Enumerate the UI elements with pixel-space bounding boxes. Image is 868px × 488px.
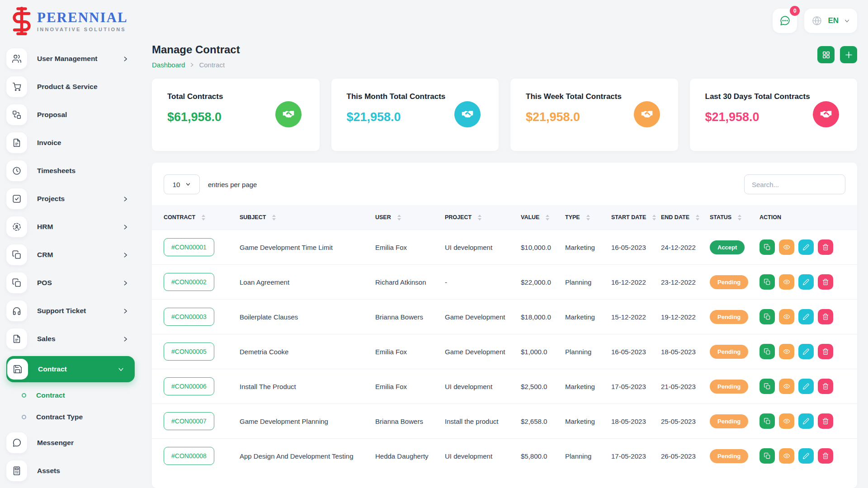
sort-arrows-icon[interactable] [478, 215, 481, 221]
view-button[interactable] [779, 379, 794, 394]
sidebar-subitem-contract[interactable]: Contract [22, 389, 135, 402]
delete-button[interactable] [818, 309, 833, 324]
sort-arrows-icon[interactable] [546, 215, 549, 221]
cell-contract: #CON00003 [152, 300, 234, 334]
language-selector[interactable]: EN [804, 9, 857, 33]
invoice-icon [6, 132, 27, 153]
cell-start-date: 16-12-2022 [606, 265, 656, 300]
contract-id-badge[interactable]: #CON00003 [164, 308, 214, 326]
sidebar-item-support-ticket[interactable]: Support Ticket [6, 300, 135, 322]
sidebar-subitem-contract-type[interactable]: Contract Type [22, 410, 135, 424]
sort-arrows-icon[interactable] [202, 215, 205, 221]
column-header-user[interactable]: USER [370, 205, 439, 230]
view-button[interactable] [779, 448, 794, 464]
edit-button[interactable] [798, 344, 814, 359]
contract-id-badge[interactable]: #CON00007 [164, 412, 214, 430]
edit-button[interactable] [798, 309, 814, 324]
sidebar-item-crm[interactable]: CRM [6, 244, 135, 266]
edit-button[interactable] [798, 379, 814, 394]
edit-button[interactable] [798, 413, 814, 429]
duplicate-button[interactable] [760, 379, 775, 394]
main-area: 0 EN Manage Contract Dashboard Contract [141, 0, 868, 488]
cell-start-date: 17-05-2023 [606, 439, 656, 474]
edit-button[interactable] [798, 274, 814, 290]
brand-tagline: INNOVATIVE SOLUTIONS [37, 27, 128, 32]
stat-card-this-month-total-contracts: This Month Total Contracts $21,958.0 [331, 79, 499, 151]
stat-card-this-week-total-contracts: This Week Total Contracts $21,958.0 [510, 79, 678, 151]
cell-status: Pending [704, 334, 754, 369]
duplicate-button[interactable] [760, 448, 775, 464]
delete-button[interactable] [818, 448, 833, 464]
sidebar-item-user-management[interactable]: User Management [6, 48, 135, 70]
cart-icon [6, 76, 27, 97]
sidebar-item-contract[interactable]: Contract [6, 356, 135, 382]
add-contract-button[interactable] [840, 46, 857, 63]
breadcrumb-dashboard-link[interactable]: Dashboard [152, 61, 185, 69]
sidebar-item-invoice[interactable]: Invoice [6, 132, 135, 154]
contract-id-badge[interactable]: #CON00006 [164, 377, 214, 395]
page-title: Manage Contract [152, 43, 240, 56]
delete-button[interactable] [818, 413, 833, 429]
duplicate-button[interactable] [760, 239, 775, 255]
pencil-icon [802, 418, 810, 425]
column-header-status[interactable]: STATUS [704, 205, 754, 230]
column-header-value[interactable]: VALUE [515, 205, 560, 230]
messages-button[interactable]: 0 [773, 9, 797, 33]
contract-id-badge[interactable]: #CON00008 [164, 447, 214, 465]
duplicate-button[interactable] [760, 274, 775, 290]
entries-per-page-value: 10 [173, 181, 180, 188]
duplicate-button[interactable] [760, 309, 775, 324]
sort-arrows-icon[interactable] [272, 215, 276, 221]
edit-button[interactable] [798, 448, 814, 464]
sidebar-item-product-service[interactable]: Product & Service [6, 76, 135, 98]
cell-type: Marketing [560, 300, 606, 334]
logo[interactable]: PERENNIAL INNOVATIVE SOLUTIONS [6, 0, 135, 42]
edit-button[interactable] [798, 239, 814, 255]
sort-arrows-icon[interactable] [696, 215, 699, 221]
sidebar-item-hrm[interactable]: HRM [6, 216, 135, 238]
view-button[interactable] [779, 239, 794, 255]
entries-per-page-select[interactable]: 10 [164, 174, 200, 194]
column-header-type[interactable]: TYPE [560, 205, 606, 230]
delete-button[interactable] [818, 344, 833, 359]
sort-arrows-icon[interactable] [738, 215, 741, 221]
sidebar-item-assets[interactable]: Assets [6, 460, 135, 482]
column-header-start-date[interactable]: START DATE [606, 205, 656, 230]
column-header-project[interactable]: PROJECT [439, 205, 515, 230]
sidebar-item-proposal[interactable]: Proposal [6, 104, 135, 126]
cell-status: Pending [704, 300, 754, 334]
grid-view-button[interactable] [817, 46, 835, 63]
view-button[interactable] [779, 344, 794, 359]
sidebar-item-projects[interactable]: Projects [6, 188, 135, 210]
duplicate-button[interactable] [760, 344, 775, 359]
table-row-con00001: #CON00001Game Development Time LimitEmil… [152, 230, 857, 265]
sidebar-item-sales[interactable]: Sales [6, 328, 135, 350]
sidebar-item-timesheets[interactable]: Timesheets [6, 160, 135, 182]
trash-icon [822, 348, 829, 355]
pencil-icon [802, 348, 810, 355]
column-header-end-date[interactable]: END DATE [656, 205, 704, 230]
column-header-subject[interactable]: SUBJECT [234, 205, 370, 230]
view-button[interactable] [779, 413, 794, 429]
view-button[interactable] [779, 274, 794, 290]
status-badge: Pending [710, 380, 748, 394]
contract-id-badge[interactable]: #CON00001 [164, 238, 214, 256]
trash-icon [822, 452, 829, 460]
duplicate-button[interactable] [760, 413, 775, 429]
delete-button[interactable] [818, 239, 833, 255]
contract-id-badge[interactable]: #CON00005 [164, 343, 214, 361]
column-header-contract[interactable]: CONTRACT [152, 205, 234, 230]
sort-arrows-icon[interactable] [652, 215, 656, 221]
sort-arrows-icon[interactable] [397, 215, 401, 221]
copy-icon [764, 348, 771, 355]
view-button[interactable] [779, 309, 794, 324]
sidebar-item-pos[interactable]: POS [6, 272, 135, 294]
search-input[interactable] [744, 174, 845, 194]
delete-button[interactable] [818, 379, 833, 394]
bullet-icon [22, 415, 26, 419]
sidebar-item-messenger[interactable]: Messenger [6, 432, 135, 454]
delete-button[interactable] [818, 274, 833, 290]
contract-id-badge[interactable]: #CON00002 [164, 273, 214, 291]
sort-arrows-icon[interactable] [586, 215, 590, 221]
chevron-right-icon [123, 308, 128, 314]
